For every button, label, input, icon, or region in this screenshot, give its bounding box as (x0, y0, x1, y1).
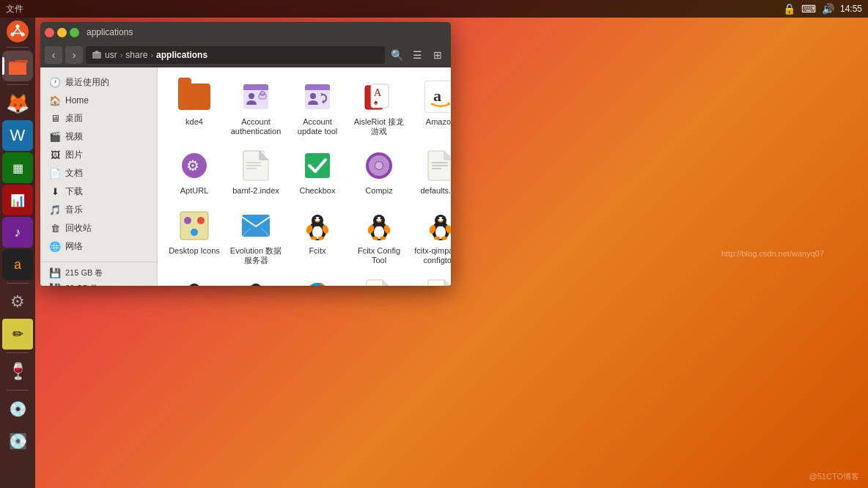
svg-point-62 (380, 236, 386, 240)
watermark-blog: @51CTO博客 (809, 471, 859, 482)
file-item-account-update[interactable]: Account update tool (288, 75, 347, 141)
apturl-label: AptURL (180, 186, 209, 196)
taskbar-ubuntu-icon[interactable] (7, 21, 29, 42)
fcitx-config-icon (361, 208, 397, 243)
taskbar-sep-4 (7, 352, 29, 353)
aisleriot-icon: A ♠ (361, 79, 397, 114)
sidebar-item-network[interactable]: 🌐 网络 (40, 237, 157, 256)
network-icon[interactable]: 🔒 (783, 3, 795, 15)
file-item-fcitx-row2[interactable] (227, 273, 285, 286)
svg-point-75 (188, 284, 200, 286)
file-item-defaults[interactable]: defaults.list (411, 144, 451, 200)
taskbar-music-icon[interactable]: ♪ (2, 217, 33, 248)
svg-text:♠: ♠ (374, 98, 378, 106)
sidebar-item-docs[interactable]: 📄 文档 (40, 164, 157, 182)
watermark-url: http://blog.csdn.net/wanyq07 (721, 249, 824, 258)
amazon-logo: a (424, 81, 451, 113)
bamf-label: bamf-2.index (232, 186, 279, 196)
sidebar-item-music[interactable]: 🎵 音乐 (40, 201, 157, 219)
svg-point-57 (376, 217, 378, 219)
taskbar-settings-icon[interactable]: ⚙ (2, 286, 33, 317)
compiz-icon (361, 148, 397, 183)
speaker-icon[interactable]: 🔊 (822, 3, 834, 15)
sidebar-item-home[interactable]: 🏠 Home (40, 92, 157, 109)
breadcrumb-usr[interactable]: usr (105, 50, 117, 60)
file-item-doc-edit-1[interactable] (350, 273, 408, 286)
sidebar-item-downloads[interactable]: ⬇ 下载 (40, 182, 157, 201)
sidebar-item-video[interactable]: 🎬 视频 (40, 127, 157, 146)
window-title: applications (87, 27, 133, 37)
account-update-icon (300, 79, 335, 114)
sidebar-item-desktop[interactable]: 🖥 桌面 (40, 109, 157, 127)
sidebar-item-recent[interactable]: 🕐 最近使用的 (40, 73, 157, 92)
taskbar-editor-icon[interactable]: ✏ (2, 319, 33, 350)
sidebar-disk-86[interactable]: 💾 86 GB 卷 (40, 281, 157, 286)
bamf-icon (238, 148, 273, 183)
taskbar-disk2-icon[interactable]: 💽 (2, 426, 33, 456)
svg-point-39 (197, 217, 205, 224)
taskbar-amazon-icon[interactable]: a (2, 249, 33, 280)
breadcrumb-sep-1: › (120, 51, 123, 59)
music-icon: 🎵 (49, 204, 61, 216)
taskbar-firefox-icon[interactable]: 🦊 (2, 88, 33, 119)
sidebar-item-trash[interactable]: 🗑 回收站 (40, 219, 157, 237)
taskbar-disk1-icon[interactable]: 💿 (2, 393, 33, 424)
file-item-compiz[interactable]: Compiz (350, 144, 408, 200)
list-view-button[interactable]: ☰ (408, 46, 426, 64)
keyboard-icon[interactable]: ⌨ (801, 3, 816, 15)
sidebar-disk-215[interactable]: 💾 215 GB 卷 (40, 265, 157, 281)
file-item-fcitx-qimpanel[interactable]: fcitx-qimpanel-configtool (411, 204, 451, 270)
breadcrumb-applications[interactable]: applications (156, 50, 207, 60)
file-item-doc-edit-2[interactable] (411, 273, 451, 286)
downloads-icon: ⬇ (49, 186, 61, 198)
svg-point-93 (306, 283, 329, 286)
file-item-desktop-icons[interactable]: Desktop Icons (165, 204, 224, 270)
svg-point-71 (434, 236, 440, 240)
taskbar-files-icon[interactable] (2, 51, 33, 81)
back-button[interactable]: ‹ (45, 46, 62, 64)
file-item-amazon[interactable]: a Amazon (411, 75, 451, 141)
svg-point-10 (249, 93, 254, 99)
sidebar-label-desktop: 桌面 (65, 112, 83, 125)
taskbar-sep-1 (7, 47, 29, 48)
file-item-account-auth[interactable]: Account authentication (227, 75, 285, 141)
file-item-fcitx1[interactable]: Fcitx (288, 204, 347, 270)
toolbar: ‹ › usr › share › applications 🔍 ☰ ⊞ (40, 42, 451, 67)
file-item-aisleriot[interactable]: A ♠ AisleRiot 接龙游戏 (350, 75, 408, 141)
kde4-label: kde4 (185, 117, 203, 127)
sidebar-label-pictures: 图片 (65, 149, 83, 161)
file-item-fcitx-config[interactable]: Fcitx Config Tool (350, 204, 408, 270)
system-menu-label[interactable]: 文件 (6, 3, 23, 15)
svg-rect-11 (259, 94, 266, 99)
file-item-kde4[interactable]: kde4 (165, 75, 224, 141)
checkbox-icon (300, 148, 335, 183)
file-item-firefox[interactable]: Firefox (288, 273, 347, 286)
minimize-button[interactable] (57, 28, 67, 37)
file-manager-window: applications ‹ › usr › share › applicati… (40, 22, 451, 286)
disk-86-label: 86 GB 卷 (65, 283, 98, 286)
taskbar-writer-icon[interactable]: W (2, 120, 33, 151)
desktop-icons-label: Desktop Icons (169, 246, 220, 256)
kde4-icon (177, 79, 212, 114)
taskbar-impress-icon[interactable]: 📊 (2, 185, 33, 215)
taskbar-calc-icon[interactable]: ▦ (2, 152, 33, 183)
close-button[interactable] (45, 28, 54, 37)
grid-view-button[interactable]: ⊞ (429, 46, 446, 64)
maximize-button[interactable] (70, 28, 79, 37)
taskbar-wine-icon[interactable]: 🍷 (2, 356, 33, 387)
breadcrumb-share[interactable]: share (125, 50, 147, 60)
file-item-evolution[interactable]: Evolution 数据服务器 (227, 204, 285, 270)
file-item-apturl[interactable]: ⚙ AptURL (165, 144, 224, 200)
video-icon: 🎬 (49, 131, 61, 143)
forward-button[interactable]: › (65, 46, 83, 64)
file-item-checkbox[interactable]: Checkbox (288, 144, 347, 200)
svg-text:A: A (374, 87, 382, 98)
svg-point-72 (441, 236, 447, 240)
search-button[interactable]: 🔍 (388, 46, 405, 64)
sidebar-item-pictures[interactable]: 🖼 图片 (40, 146, 157, 164)
fcitx-qimpanel-label: fcitx-qimpanel-configtool (414, 246, 451, 265)
file-item-fcitx-peizhii[interactable]: Fcitx 配置 (165, 273, 224, 286)
sidebar-label-docs: 文档 (65, 167, 83, 180)
file-item-bamf[interactable]: bamf-2.index (227, 144, 285, 200)
aisleriot-label: AisleRiot 接龙游戏 (353, 117, 405, 136)
